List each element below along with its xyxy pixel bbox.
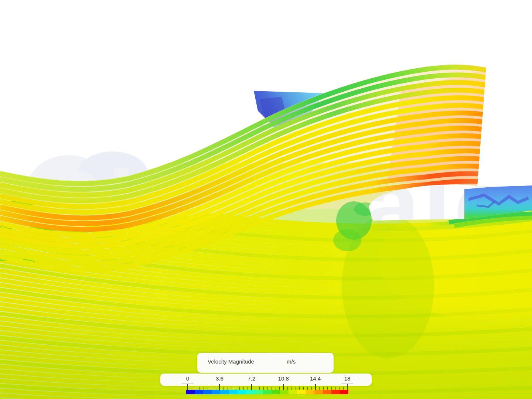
colorbar-segment: [280, 390, 289, 394]
scale-tick-label: 10.8: [278, 375, 289, 382]
minor-tick: [228, 387, 228, 390]
minor-tick: [335, 387, 336, 390]
minor-tick: [272, 387, 272, 390]
minor-tick: [256, 387, 256, 390]
colorbar-segment: [255, 390, 263, 394]
minor-tick: [248, 387, 248, 390]
colorbar-segment: [331, 390, 340, 394]
minor-tick: [327, 387, 328, 390]
colorbar-segment: [238, 390, 246, 394]
colorbar-segment: [263, 390, 272, 394]
minor-tick: [291, 387, 292, 390]
major-tick: [347, 384, 348, 390]
minor-tick: [243, 387, 244, 390]
colorbar-segment: [212, 390, 220, 394]
minor-tick: [208, 387, 208, 390]
colorbar: [186, 390, 348, 394]
minor-tick: [323, 387, 324, 390]
minor-tick: [236, 387, 236, 390]
colorbar-segment: [229, 390, 238, 394]
legend-unit-field[interactable]: m/s: [287, 353, 296, 371]
minor-tick: [303, 387, 304, 390]
scale-tick-label: 7.2: [248, 375, 255, 382]
minor-tick: [263, 387, 264, 390]
minor-tick: [216, 387, 216, 390]
minor-tick: [343, 387, 344, 390]
scale-tick-underline: [341, 383, 353, 383]
minor-tick: [192, 387, 192, 390]
minor-tick: [196, 387, 196, 390]
legend-unit-underline: [285, 370, 328, 370]
minor-tick: [239, 387, 240, 390]
colorbar-segment: [195, 390, 203, 394]
minor-tick: [200, 387, 200, 390]
minor-tick: [307, 387, 308, 390]
scale-tick-underline: [182, 383, 194, 383]
colorbar-segment: [306, 390, 314, 394]
legend-title-box: Velocity Magnitude m/s: [197, 353, 334, 373]
colorbar-segment: [203, 390, 212, 394]
minor-tick: [259, 387, 260, 390]
scale-tick-label[interactable]: 0: [186, 375, 189, 382]
scale-tick-label: 14.4: [310, 375, 321, 382]
scale-tick-label: 3.6: [216, 375, 224, 382]
colorbar-segment: [289, 390, 297, 394]
major-tick: [283, 384, 284, 390]
minor-tick: [224, 387, 224, 390]
colorbar-ticks: [160, 384, 372, 390]
minor-tick: [279, 387, 280, 390]
legend-field-name: Velocity Magnitude: [208, 353, 254, 371]
minor-tick: [339, 387, 340, 390]
minor-tick: [276, 387, 276, 390]
major-tick: [315, 384, 316, 390]
minor-tick: [311, 387, 312, 390]
major-tick: [187, 384, 188, 390]
colorbar-segment: [186, 390, 195, 394]
colorbar-segment: [246, 390, 255, 394]
colorbar-segment: [340, 390, 348, 394]
minor-tick: [204, 387, 204, 390]
streamline-scene: SimScale: [0, 0, 532, 399]
scale-tick-label[interactable]: 18: [344, 375, 351, 382]
minor-tick: [212, 387, 212, 390]
major-tick: [219, 384, 220, 390]
minor-tick: [287, 387, 288, 390]
minor-tick: [267, 387, 268, 390]
minor-tick: [299, 387, 300, 390]
colorbar-segment: [314, 390, 323, 394]
colorbar-segment: [220, 390, 229, 394]
colorbar-segment: [323, 390, 331, 394]
postprocessor-viewport[interactable]: SimScale: [0, 0, 532, 399]
minor-tick: [296, 387, 296, 390]
colorbar-segment: [272, 390, 280, 394]
major-tick: [251, 384, 252, 390]
minor-tick: [331, 387, 332, 390]
minor-tick: [319, 387, 320, 390]
colorbar-segment: [297, 390, 306, 394]
minor-tick: [232, 387, 232, 390]
